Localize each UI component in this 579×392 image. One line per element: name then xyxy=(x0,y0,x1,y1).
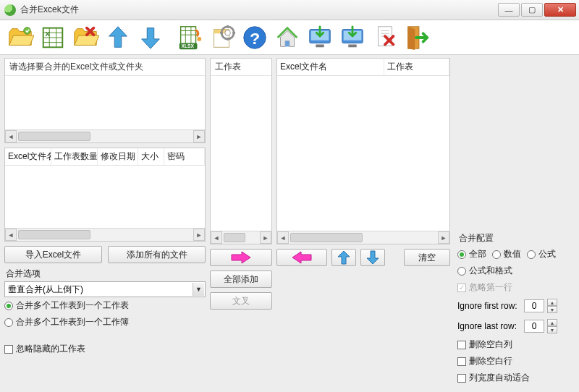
download-left-icon[interactable] xyxy=(304,22,336,54)
radio-value[interactable]: 数值 xyxy=(492,248,521,260)
radio-icon xyxy=(4,318,13,327)
toolbar: X XLSX ? xyxy=(0,20,579,55)
scrollbar[interactable]: ◄► xyxy=(277,231,449,244)
excel-icon[interactable]: X xyxy=(37,22,69,54)
open-file-icon[interactable] xyxy=(4,22,36,54)
scrollbar[interactable]: ◄► xyxy=(211,231,271,244)
import-excel-button[interactable]: 导入Excel文件 xyxy=(4,246,102,263)
spin-down-icon[interactable]: ▼ xyxy=(547,326,557,333)
files-grid-header: Excel文件名 工作表数量 修改日期 大小 密码 xyxy=(5,148,205,166)
col-date[interactable]: 修改日期 xyxy=(98,148,138,165)
radio-formula-format[interactable]: 公式和格式 xyxy=(457,265,573,277)
col-filename[interactable]: Excel文件名 xyxy=(5,148,51,165)
help-icon[interactable]: ? xyxy=(239,22,271,54)
checkbox-skip-first: 忽略第一行 xyxy=(457,281,573,294)
settings-icon[interactable] xyxy=(206,22,238,54)
svg-point-10 xyxy=(225,30,231,35)
result-grid-body[interactable] xyxy=(277,76,449,231)
maximize-button[interactable]: ▢ xyxy=(521,3,543,17)
radio-all[interactable]: 全部 xyxy=(457,248,486,260)
radio-icon xyxy=(527,250,536,259)
worksheet-panel: 工作表 ◄► xyxy=(210,58,272,244)
files-grid-panel: Excel文件名 工作表数量 修改日期 大小 密码 ◄► xyxy=(4,148,206,242)
ignore-first-label: Ignore first row: xyxy=(457,301,524,311)
checkbox-del-col[interactable]: 删除空白列 xyxy=(457,338,573,351)
move-down-icon[interactable] xyxy=(135,22,166,54)
svg-text:XLSX: XLSX xyxy=(182,43,195,48)
radio-icon xyxy=(4,302,13,310)
radio-merge-to-sheet[interactable]: 合并多个工作表到一个工作表 xyxy=(4,299,206,312)
close-button[interactable]: ✕ xyxy=(544,3,576,17)
exit-icon[interactable] xyxy=(402,22,434,54)
source-panel-header: 请选择要合并的Excel文件或文件夹 xyxy=(5,59,205,76)
svg-point-0 xyxy=(24,27,31,34)
svg-text:?: ? xyxy=(250,28,260,47)
col-sheets[interactable]: 工作表数量 xyxy=(51,148,98,165)
svg-rect-17 xyxy=(285,41,290,46)
svg-rect-20 xyxy=(316,44,324,47)
titlebar: 合并Excek文件 — ▢ ✕ xyxy=(0,0,579,20)
radio-icon xyxy=(457,250,466,259)
checkbox-icon xyxy=(4,345,13,354)
cross-button[interactable]: 文叉 xyxy=(210,292,272,310)
add-right-button[interactable] xyxy=(210,249,272,266)
radio-merge-to-workbook[interactable]: 合并多个工作表到一个工作簿 xyxy=(4,316,206,328)
ignore-last-input[interactable] xyxy=(524,320,544,333)
worksheet-panel-header: 工作表 xyxy=(211,59,271,76)
merge-mode-combo[interactable]: 垂直合并(从上倒下) ▼ xyxy=(4,281,206,297)
move-up-button[interactable] xyxy=(331,249,356,266)
ignore-first-spinner[interactable]: ▲▼ xyxy=(524,299,557,313)
delete-page-icon[interactable] xyxy=(369,22,401,54)
home-icon[interactable] xyxy=(271,22,303,54)
app-icon xyxy=(4,4,16,16)
result-grid-header: Excel文件名 工作表 xyxy=(277,59,449,76)
col-result-sheet[interactable]: 工作表 xyxy=(384,59,449,75)
scrollbar[interactable]: ◄► xyxy=(5,228,205,241)
svg-point-6 xyxy=(197,37,201,41)
source-panel: 请选择要合并的Excel文件或文件夹 ◄► xyxy=(4,58,206,143)
spin-up-icon[interactable]: ▲ xyxy=(547,299,557,306)
download-right-icon[interactable] xyxy=(337,22,368,54)
radio-icon xyxy=(492,250,501,259)
worksheet-panel-body[interactable] xyxy=(211,76,271,231)
combo-value: 垂直合并(从上倒下) xyxy=(8,284,83,296)
window-title: 合并Excek文件 xyxy=(20,4,498,16)
add-all-button[interactable]: 全部添加 xyxy=(210,270,272,288)
col-size[interactable]: 大小 xyxy=(138,148,164,165)
svg-text:X: X xyxy=(46,30,51,38)
minimize-button[interactable]: — xyxy=(498,3,520,17)
add-all-files-button[interactable]: 添加所有的文件 xyxy=(108,246,206,263)
source-panel-body[interactable] xyxy=(5,76,205,129)
radio-icon xyxy=(457,267,466,276)
remove-left-button[interactable] xyxy=(276,249,327,266)
config-label: 合并配置 xyxy=(459,232,573,244)
spin-up-icon[interactable]: ▲ xyxy=(547,319,557,326)
ignore-first-input[interactable] xyxy=(524,299,544,312)
chevron-down-icon[interactable]: ▼ xyxy=(193,283,204,296)
result-panel: Excel文件名 工作表 ◄► xyxy=(276,58,450,244)
delete-file-icon[interactable] xyxy=(69,22,101,54)
merge-options-label: 合并选项 xyxy=(6,268,206,280)
checkbox-icon xyxy=(457,341,466,349)
col-password[interactable]: 密码 xyxy=(164,148,205,165)
checkbox-icon xyxy=(457,357,466,366)
ignore-last-spinner[interactable]: ▲▼ xyxy=(524,319,557,333)
move-down-button[interactable] xyxy=(360,249,385,266)
col-result-filename[interactable]: Excel文件名 xyxy=(277,59,384,75)
scrollbar[interactable]: ◄► xyxy=(5,129,205,142)
checkbox-del-row[interactable]: 删除空白行 xyxy=(457,355,573,367)
spin-down-icon[interactable]: ▼ xyxy=(547,306,557,313)
radio-formula[interactable]: 公式 xyxy=(527,248,556,260)
checkbox-ignore-hidden[interactable]: 忽略隐藏的工作表 xyxy=(4,343,206,355)
svg-rect-23 xyxy=(348,44,356,47)
ignore-last-label: Ignore last row: xyxy=(457,321,524,331)
checkbox-icon xyxy=(457,374,466,383)
clear-button[interactable]: 清空 xyxy=(404,249,450,266)
move-up-icon[interactable] xyxy=(102,22,134,54)
checkbox-autofit[interactable]: 列宽度自动适合 xyxy=(457,372,573,384)
files-grid-body[interactable] xyxy=(5,166,205,228)
checkbox-icon xyxy=(457,284,466,292)
xlsx-icon[interactable]: XLSX xyxy=(174,22,206,54)
config-panel: 合并配置 全部 数值 公式 公式和格式 忽略第一行 Ignore first r… xyxy=(455,58,575,388)
